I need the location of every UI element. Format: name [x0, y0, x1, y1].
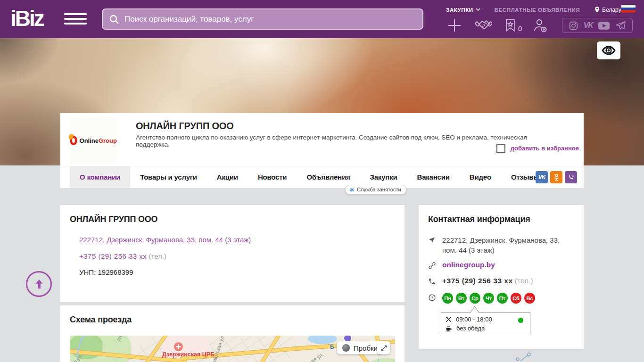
- company-title: ОНЛАЙН ГРУПП ООО: [136, 121, 233, 132]
- company-logo-flame-icon: [70, 136, 77, 145]
- tab-about[interactable]: О компании: [70, 166, 130, 188]
- company-logo-word1: Online: [80, 137, 99, 144]
- phone-icon: [428, 277, 437, 287]
- map-canvas[interactable]: ул. Советская ул. кая ул. го ул. Б Дзерж…: [70, 336, 395, 362]
- nav-free-ads[interactable]: БЕСПЛАТНЫЕ ОБЪЯВЛЕНИЯ: [495, 7, 580, 13]
- header: iBiz ЗАКУПКИ БЕСПЛАТНЫЕ ОБЪЯВЛЕНИЯ Белар…: [0, 0, 644, 38]
- link-icon: [428, 261, 437, 272]
- day-badge-tue[interactable]: Вт: [456, 293, 467, 304]
- youtube-icon[interactable]: [598, 21, 610, 30]
- tab-video[interactable]: Видео: [460, 166, 501, 188]
- map-street-label: кая ул.: [308, 351, 324, 362]
- accessibility-eye-button[interactable]: [597, 41, 620, 59]
- russian-flag-icon[interactable]: [621, 5, 636, 13]
- company-social-buttons: VK: [536, 171, 577, 183]
- asterisk-icon: [349, 187, 355, 192]
- day-badge-thu[interactable]: Чт: [483, 293, 494, 304]
- day-badge-mon[interactable]: Пн: [442, 293, 453, 304]
- navigation-arrow-icon: [428, 235, 437, 246]
- scroll-to-top-button[interactable]: [26, 271, 52, 297]
- coffee-cup-icon: [445, 325, 453, 332]
- decorative-sketch: [514, 353, 536, 362]
- eye-icon: [600, 44, 617, 57]
- top-nav: ЗАКУПКИ БЕСПЛАТНЫЕ ОБЪЯВЛЕНИЯ Беларусь: [446, 6, 635, 13]
- search-input[interactable]: [124, 15, 417, 24]
- odnoklassniki-share-button[interactable]: [550, 171, 562, 183]
- employment-service-label: Служба занятости: [357, 187, 401, 192]
- tab-news[interactable]: Новости: [248, 166, 297, 188]
- search-icon: [108, 14, 120, 25]
- hamburger-menu-icon[interactable]: [64, 13, 87, 25]
- contact-address: 222712, Дзержинск, Фурманова, 33, пом. 4…: [442, 235, 576, 255]
- telegram-icon[interactable]: [615, 20, 626, 31]
- company-logo: Online Group: [70, 117, 117, 164]
- contact-phone-row: +375 (29) 256 33 xx (тел.): [428, 277, 576, 287]
- company-info-card: ОНЛАЙН ГРУПП ООО 222712, Дзержинск, Фурм…: [60, 205, 405, 302]
- day-badge-sat[interactable]: Сб: [511, 293, 521, 304]
- favorite-checkbox[interactable]: [496, 144, 505, 153]
- viber-button[interactable]: [565, 171, 577, 183]
- vk-share-button[interactable]: VK: [536, 171, 548, 183]
- clock-icon: [428, 293, 437, 304]
- header-icons: 0: [443, 17, 547, 34]
- map-pond: [308, 336, 337, 344]
- company-tabs: О компании Товары и услуги Акции Новости…: [60, 166, 584, 188]
- map-fullscreen-button[interactable]: [377, 341, 390, 354]
- contact-info-card: Контактная информация 222712, Дзержинск,…: [419, 205, 584, 349]
- ok-icon: [553, 173, 560, 181]
- lunch-info: без обеда: [456, 325, 485, 332]
- favorites-count: 0: [518, 25, 522, 33]
- favorites-button[interactable]: 0: [504, 18, 522, 33]
- working-hours-tooltip: 09:00 - 18:00 без обеда: [441, 313, 530, 334]
- location-pin-icon: [594, 6, 600, 13]
- plus-icon: [447, 18, 462, 33]
- company-description: Агентство полного цикла по оказанию услу…: [136, 134, 527, 148]
- register-button[interactable]: [532, 18, 547, 33]
- company-logo-word2: Group: [99, 137, 117, 144]
- up-arrow-icon: [33, 278, 46, 291]
- add-to-favorites[interactable]: добавить в избранное: [496, 144, 579, 153]
- day-badge-fri[interactable]: Пт: [497, 293, 508, 304]
- traffic-toggle-button[interactable]: Пробки: [337, 341, 383, 354]
- employment-service-tooltip[interactable]: Служба занятости: [345, 185, 406, 195]
- company-card: Online Group ОНЛАЙН ГРУПП ООО Агентство …: [60, 113, 584, 188]
- contact-phone-suffix: (тел.): [515, 277, 533, 285]
- contact-address-row: 222712, Дзержинск, Фурманова, 33, пом. 4…: [428, 235, 576, 255]
- working-hours: 09:00 - 18:00: [456, 316, 492, 323]
- tab-promos[interactable]: Акции: [207, 166, 248, 188]
- contact-phone[interactable]: +375 (29) 256 33 xx: [442, 277, 513, 285]
- unp-number: УНП: 192968399: [79, 268, 133, 276]
- site-logo[interactable]: iBiz: [10, 6, 43, 31]
- bookmark-star-icon: [504, 18, 516, 33]
- weekday-badges: Пн Вт Ср Чт Пт Сб Вс: [442, 293, 535, 304]
- traffic-light-icon: [342, 344, 350, 352]
- phone-link[interactable]: +375 (29) 256 33 xx: [79, 252, 147, 260]
- website-link[interactable]: onlinegroup.by: [442, 261, 495, 269]
- traffic-label: Пробки: [354, 344, 378, 352]
- add-item-button[interactable]: [447, 18, 462, 33]
- handshake-icon: [475, 17, 492, 34]
- address-link[interactable]: 222712, Дзержинск, Фурманова, 33, пом. 4…: [79, 236, 251, 244]
- expand-icon: [380, 345, 388, 352]
- schedule-row: Пн Вт Ср Чт Пт Сб Вс: [428, 293, 576, 304]
- vk-icon[interactable]: VK: [584, 21, 593, 30]
- contact-card-title: Контактная информация: [428, 214, 574, 224]
- tab-products[interactable]: Товары и услуги: [130, 166, 207, 188]
- map-water-label: Б: [330, 344, 334, 350]
- social-links-box: VK: [562, 18, 633, 33]
- nav-zakupki[interactable]: ЗАКУПКИ: [446, 7, 480, 13]
- search-bar: [102, 8, 423, 30]
- viber-icon: [568, 174, 575, 181]
- map-card: Схема проезда ул. Советская ул. кая ул. …: [60, 305, 405, 362]
- partners-button[interactable]: [475, 17, 492, 34]
- info-card-title: ОНЛАЙН ГРУПП ООО: [70, 214, 395, 224]
- phone-row: +375 (29) 256 33 xx (тел.): [79, 252, 166, 260]
- chevron-down-icon: [476, 8, 480, 11]
- day-badge-sun[interactable]: Вс: [524, 293, 535, 304]
- favorite-label: добавить в избранное: [511, 145, 579, 152]
- day-badge-wed[interactable]: Ср: [470, 293, 480, 304]
- map-card-title: Схема проезда: [70, 315, 395, 325]
- tab-vacancies[interactable]: Вакансии: [407, 166, 460, 188]
- instagram-icon[interactable]: [569, 21, 578, 31]
- person-add-icon: [532, 18, 547, 33]
